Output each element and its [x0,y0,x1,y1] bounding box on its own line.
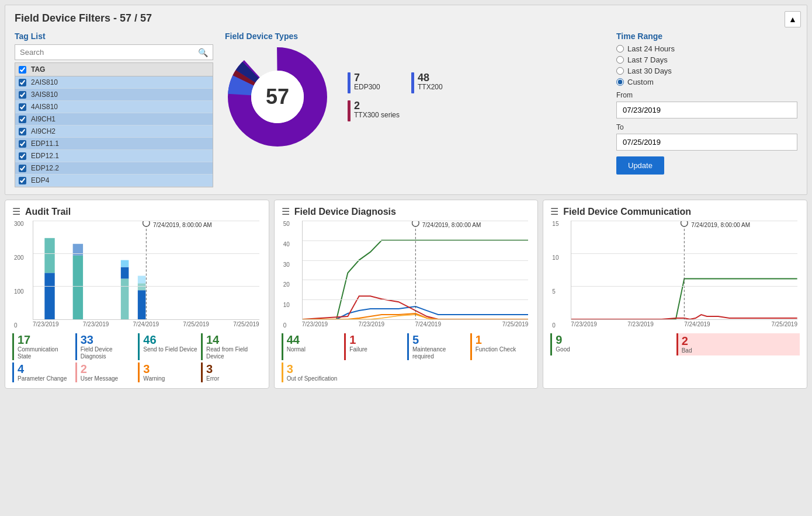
communication-tooltip: 7/24/2019, 8:00:00 AM [691,222,750,228]
tag-row[interactable]: EDP4 [15,175,213,187]
tag-row[interactable]: AI9CH1 [15,113,213,125]
tag-checkbox[interactable] [19,165,26,172]
tag-label: AI9CH2 [31,127,55,135]
top-panel: Field Device Filters - 57 / 57 ▲ Tag Lis… [5,5,807,195]
communication-title: Field Device Communication [563,207,691,217]
svg-rect-5 [44,273,54,319]
audit-stat-item: 3Error [201,362,262,382]
tag-label: EDP4 [31,176,49,184]
time-range-option-7d[interactable]: Last 7 Days [616,55,797,64]
diagnosis-stat-item: 1Function Check [470,333,531,360]
svg-rect-14 [138,276,146,283]
audit-stat-item: 33Field Device Diagnosis [75,333,136,360]
svg-rect-9 [121,278,129,319]
communication-stats: 9Good2Bad [550,333,800,355]
diagnosis-stats-bottom: 3Out of Specification [282,362,531,382]
audit-trail-tooltip: 7/24/2019, 8:00:00 AM [153,222,212,228]
diagnosis-chart-area: 7/24/2019, 8:00:00 AM [302,221,529,320]
to-label: To [616,123,797,131]
from-date-input[interactable] [616,102,797,118]
search-input[interactable] [15,45,193,60]
audit-trail-card: ☰ Audit Trail 3002001000 [5,200,269,389]
tag-row[interactable]: 2AIS810 [15,76,213,89]
radio-custom[interactable] [616,78,624,86]
tag-header-checkbox[interactable] [19,66,26,74]
legend-label: TTX300 series [354,111,400,119]
audit-stat-item: 46Send to Field Device [138,333,199,360]
field-device-diagnosis-card: ☰ Field Device Diagnosis 50403020100 [274,200,539,389]
page-title: Field Device Filters - 57 / 57 [15,12,797,25]
tag-label: AI9CH1 [31,115,55,123]
tag-row[interactable]: EDP11.1 [15,138,213,150]
tag-label: 3AIS810 [31,90,58,99]
tag-list-section: Tag List 🔍 TAG 2AIS8103AIS8104AIS810AI9C… [15,32,213,187]
tag-checkbox[interactable] [19,79,26,86]
tag-list-label: Tag List [15,32,213,41]
communication-chart-wrapper: 151050 7/24/2019, 8:00:00 [571,221,797,329]
tag-row[interactable]: EDP12.1 [15,150,213,162]
tag-row[interactable]: 3AIS810 [15,89,213,101]
update-button[interactable]: Update [616,156,664,175]
audit-stat-item: 4Parameter Change [12,362,73,382]
svg-point-18 [412,221,419,226]
radio-label-custom: Custom [627,78,654,86]
tag-checkbox[interactable] [19,91,26,99]
radio-30d[interactable] [616,67,624,75]
audit-trail-y-axis: 3002001000 [14,221,24,329]
communication-y-axis: 151050 [552,221,558,329]
field-device-communication-card: ☰ Field Device Communication 151050 [543,200,807,389]
tag-checkbox[interactable] [19,116,26,123]
tag-label: EDP12.1 [31,152,59,160]
tag-label: EDP11.1 [31,140,59,148]
tag-label: 4AIS810 [31,103,58,111]
legend-item: 7 EDP300 [348,72,400,93]
tag-row[interactable]: EDP12.2 [15,162,213,175]
tag-checkbox[interactable] [19,103,26,111]
communication-stat-item: 9Good [550,333,674,355]
audit-trail-stats-bottom: 4Parameter Change2User Message3Warning3E… [12,362,262,382]
time-range-option-24h[interactable]: Last 24 Hours [616,44,797,53]
tag-checkbox[interactable] [19,140,26,148]
diagnosis-stat-item: 44Normal [282,333,342,360]
to-date-input[interactable] [616,134,797,151]
radio-label-24h: Last 24 Hours [627,44,675,53]
time-range-option-custom[interactable]: Custom [616,78,797,86]
svg-rect-13 [138,283,146,290]
device-types-section: Field Device Types 57 [225,32,605,149]
tag-checkbox[interactable] [19,152,26,160]
audit-trail-stats: 17Communication State33Field Device Diag… [12,333,262,360]
from-label: From [616,91,797,99]
search-box: 🔍 [15,44,213,60]
svg-rect-6 [44,238,54,273]
audit-stat-item: 14Read from Field Device [201,333,262,360]
diagnosis-menu-icon[interactable]: ☰ [282,206,290,217]
communication-menu-icon[interactable]: ☰ [550,206,558,217]
legend-count: 7 [354,72,380,83]
tag-row[interactable]: 4AIS810 [15,101,213,113]
legend-label: EDP300 [354,83,380,91]
tag-checkbox[interactable] [19,177,26,184]
time-range-option-30d[interactable]: Last 30 Days [616,67,797,75]
audit-stat-item: 17Communication State [12,333,73,360]
svg-rect-10 [121,267,129,279]
collapse-button[interactable]: ▲ [785,11,801,27]
radio-24h[interactable] [616,45,624,53]
tag-row[interactable]: AI9CH2 [15,125,213,138]
diagnosis-stat-item: 3Out of Specification [282,362,405,382]
audit-trail-chart-area: 7/24/2019, 8:00:00 AM [33,221,259,320]
tag-table-header: TAG [15,63,213,76]
audit-trail-menu-icon[interactable]: ☰ [12,206,20,217]
search-icon-button[interactable]: 🔍 [193,46,213,60]
tag-label: EDP12.2 [31,164,59,172]
tag-table: TAG 2AIS8103AIS8104AIS810AI9CH1AI9CH2EDP… [15,62,213,187]
tag-checkbox[interactable] [19,128,26,135]
legend-bar [411,72,414,93]
legend-count: 2 [354,100,400,111]
audit-trail-chart-wrapper: 3002001000 [33,221,259,329]
legend-label: TTX200 [418,83,443,91]
diagnosis-title: Field Device Diagnosis [294,207,396,217]
svg-point-16 [143,221,150,226]
radio-7d[interactable] [616,56,624,64]
diagnosis-stat-item: 5Maintenance required [407,333,468,360]
audit-stat-item: 2User Message [75,362,136,382]
